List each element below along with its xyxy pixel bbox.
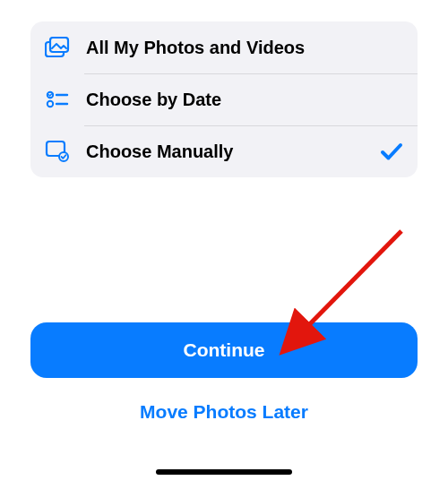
svg-rect-1: [50, 38, 68, 52]
select-icon: [45, 139, 70, 164]
option-label: All My Photos and Videos: [86, 38, 403, 58]
photos-icon: [45, 35, 70, 60]
home-indicator[interactable]: [156, 469, 292, 475]
svg-point-4: [47, 101, 53, 107]
option-all-photos[interactable]: All My Photos and Videos: [30, 21, 418, 73]
option-label: Choose by Date: [86, 90, 403, 110]
option-choose-date[interactable]: Choose by Date: [30, 73, 418, 125]
move-later-link[interactable]: Move Photos Later: [0, 401, 448, 423]
continue-button[interactable]: Continue: [30, 322, 418, 378]
checkmark-icon: [380, 140, 403, 163]
move-later-label: Move Photos Later: [140, 401, 308, 422]
list-icon: [45, 87, 70, 112]
option-choose-manually[interactable]: Choose Manually: [30, 125, 418, 177]
options-card: All My Photos and Videos Choose by Date …: [30, 21, 418, 177]
continue-button-label: Continue: [184, 339, 265, 361]
option-label: Choose Manually: [86, 142, 380, 162]
